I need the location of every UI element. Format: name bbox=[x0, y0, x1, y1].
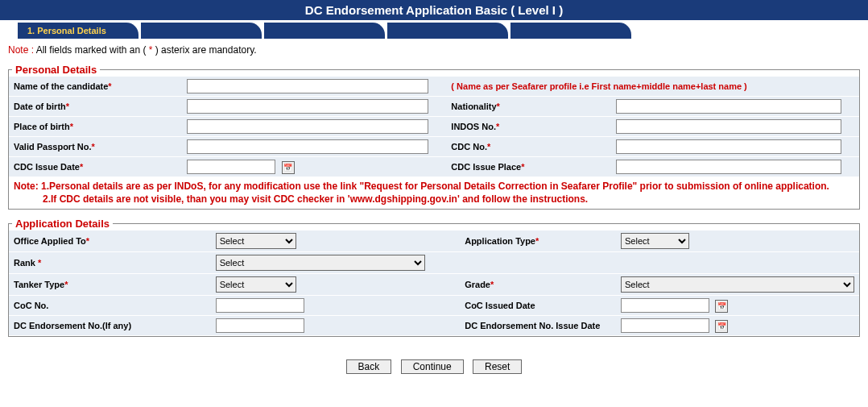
calendar-icon[interactable]: 📅 bbox=[715, 320, 728, 333]
dcend-date-input[interactable] bbox=[621, 318, 709, 333]
personal-legend: Personal Details bbox=[12, 64, 100, 76]
mandatory-note: Note : All fields marked with an ( * ) a… bbox=[0, 41, 868, 59]
grade-select[interactable]: Select bbox=[621, 276, 854, 293]
passport-input[interactable] bbox=[187, 139, 428, 154]
tabs-row: 1. Personal Details bbox=[0, 20, 868, 41]
app-type-label: Application Type bbox=[465, 236, 535, 246]
cdcno-label: CDC No. bbox=[451, 142, 487, 152]
dcend-no-label: DC Endorsement No.(If any) bbox=[14, 321, 131, 330]
personal-note-line2: 2.If CDC details are not visible, than y… bbox=[14, 193, 854, 206]
coc-no-label: CoC No. bbox=[14, 301, 48, 310]
cdcno-input[interactable] bbox=[616, 139, 841, 154]
rank-select[interactable]: Select bbox=[216, 255, 425, 271]
button-row: Back Continue Reset bbox=[0, 345, 868, 382]
nationality-input[interactable] bbox=[616, 99, 841, 114]
reset-button[interactable]: Reset bbox=[473, 359, 522, 374]
personal-details-fieldset: Personal Details Name of the candidate* … bbox=[8, 64, 860, 210]
indos-input[interactable] bbox=[616, 119, 841, 134]
application-details-fieldset: Application Details Office Applied To* S… bbox=[8, 218, 860, 337]
passport-label: Valid Passport No. bbox=[14, 142, 92, 152]
calendar-icon[interactable]: 📅 bbox=[715, 300, 728, 313]
name-label: Name of the candidate bbox=[14, 81, 108, 91]
continue-button[interactable]: Continue bbox=[401, 359, 464, 374]
name-hint: ( Name as per Seafarer profile i.e First… bbox=[451, 81, 746, 91]
tab-4[interactable] bbox=[387, 23, 508, 39]
personal-note-line1: Note: 1.Personal details are as per INDo… bbox=[14, 180, 854, 193]
tanker-label: Tanker Type bbox=[14, 280, 64, 289]
calendar-icon[interactable]: 📅 bbox=[282, 161, 295, 174]
nationality-label: Nationality bbox=[451, 102, 496, 111]
coc-date-input[interactable] bbox=[621, 298, 709, 313]
indos-label: INDOS No. bbox=[451, 122, 496, 131]
note-prefix: Note : bbox=[8, 44, 34, 56]
cdc-issue-date-label: CDC Issue Date bbox=[14, 162, 80, 172]
app-type-select[interactable]: Select bbox=[621, 233, 689, 249]
tab-personal-details[interactable]: 1. Personal Details bbox=[18, 23, 138, 39]
pob-label: Place of birth bbox=[14, 122, 70, 131]
page-title-bar: DC Endorsement Application Basic ( Level… bbox=[0, 0, 868, 20]
office-select[interactable]: Select bbox=[216, 233, 296, 249]
name-input[interactable] bbox=[187, 79, 428, 93]
back-button[interactable]: Back bbox=[346, 359, 392, 374]
dcend-no-input[interactable] bbox=[216, 318, 304, 333]
coc-no-input[interactable] bbox=[216, 298, 304, 313]
tab-2[interactable] bbox=[141, 23, 262, 39]
dob-label: Date of birth bbox=[14, 102, 66, 111]
tab-3[interactable] bbox=[264, 23, 385, 39]
application-legend: Application Details bbox=[12, 218, 113, 230]
pob-input[interactable] bbox=[187, 119, 428, 134]
cdc-issue-place-label: CDC Issue Place bbox=[451, 162, 521, 172]
page-title: DC Endorsement Application Basic ( Level… bbox=[305, 3, 563, 17]
cdc-issue-date-input[interactable] bbox=[187, 160, 275, 174]
tanker-select[interactable]: Select bbox=[216, 276, 296, 293]
office-label: Office Applied To bbox=[14, 236, 86, 246]
cdc-issue-place-input[interactable] bbox=[616, 160, 841, 174]
coc-date-label: CoC Issued Date bbox=[465, 301, 535, 310]
grade-label: Grade bbox=[465, 280, 490, 289]
rank-label: Rank bbox=[14, 258, 38, 268]
dcend-date-label: DC Endorsement No. Issue Date bbox=[465, 321, 600, 330]
dob-input[interactable] bbox=[187, 99, 428, 114]
tab-5[interactable] bbox=[510, 23, 631, 39]
